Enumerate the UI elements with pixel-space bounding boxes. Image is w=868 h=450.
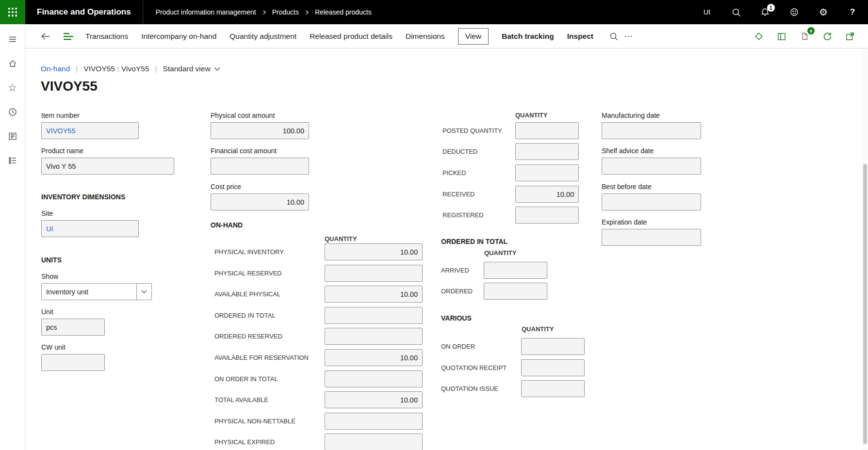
back-button[interactable]: [38, 29, 52, 44]
vertical-scrollbar[interactable]: [862, 48, 868, 450]
row-registered: REGISTERED: [442, 207, 579, 224]
field-shelf-advice-date: Shelf advice date: [602, 147, 701, 175]
on-order-in-total-input[interactable]: [325, 370, 423, 387]
on-order-in-total-label: ON ORDER IN TOTAL: [214, 375, 325, 383]
open-panel-button[interactable]: [774, 29, 789, 44]
nav-home-button[interactable]: [4, 55, 21, 72]
breadcrumb-item-products[interactable]: Products: [272, 8, 299, 16]
registered-label: REGISTERED: [442, 211, 515, 219]
registered-input[interactable]: [515, 207, 579, 224]
unit-input[interactable]: [41, 319, 105, 336]
row-on-order-in-total: ON ORDER IN TOTAL: [214, 370, 423, 387]
product-name-input[interactable]: [41, 158, 174, 175]
financial-cost-amount-label: Financial cost amount: [211, 147, 309, 155]
manufacturing-date-input[interactable]: [602, 122, 701, 139]
item-number-input[interactable]: [41, 122, 139, 139]
row-available-for-reservation: AVAILABLE FOR RESERVATION: [214, 349, 423, 366]
physical-cost-amount-input[interactable]: [211, 122, 309, 139]
posted-quantity-label: POSTED QUANTITY: [442, 127, 515, 134]
shelf-advice-date-input[interactable]: [602, 158, 701, 175]
on-order-label: ON ORDER: [441, 343, 521, 350]
available-physical-label: AVAILABLE PHYSICAL: [214, 290, 325, 298]
action-pane-search-button[interactable]: [606, 29, 621, 44]
row-picked: PICKED: [442, 164, 579, 181]
show-unit-select[interactable]: Inventory unit: [41, 283, 152, 300]
physical-reserved-input[interactable]: [325, 265, 423, 282]
nav-recent-button[interactable]: [4, 103, 21, 120]
open-in-new-window-button[interactable]: [843, 29, 857, 44]
cost-price-input[interactable]: [211, 193, 309, 210]
ordered-input[interactable]: [484, 283, 547, 300]
physical-expired-input[interactable]: [325, 434, 423, 450]
units-heading: UNITS: [41, 256, 62, 264]
breadcrumb-item-product-information-management[interactable]: Product information management: [156, 8, 256, 16]
breadcrumb-item-released-products[interactable]: Released products: [315, 8, 372, 16]
app-launcher-button[interactable]: [0, 0, 25, 24]
physical-non-nettable-input[interactable]: [325, 413, 423, 430]
tab-view[interactable]: View: [458, 28, 489, 45]
view-selector[interactable]: Standard view: [163, 64, 220, 73]
financial-tags-button[interactable]: [752, 29, 766, 44]
picked-input[interactable]: [515, 164, 579, 181]
nav-workspaces-button[interactable]: [4, 128, 21, 145]
settings-button[interactable]: ⚙: [816, 4, 831, 20]
field-cost-price: Cost price: [211, 183, 309, 210]
onhand-link[interactable]: On-hand: [41, 64, 70, 73]
show-unit-value: Inventory unit: [42, 288, 88, 296]
on-hand-heading: ON-HAND: [211, 221, 243, 229]
ordered-in-total-input[interactable]: [325, 307, 423, 324]
tab-transactions[interactable]: Transactions: [85, 29, 128, 44]
row-physical-non-nettable: PHYSICAL NON-NETTABLE: [214, 413, 423, 430]
tab-batch-tracking[interactable]: Batch tracking: [502, 29, 554, 44]
quotation-issue-input[interactable]: [521, 380, 585, 397]
attachments-button[interactable]: 0: [797, 29, 812, 44]
company-picker-button[interactable]: UI: [699, 4, 715, 20]
expiration-date-label: Expiration date: [602, 218, 701, 226]
nav-favorites-button[interactable]: ☆: [4, 79, 21, 96]
site-input[interactable]: [41, 220, 139, 237]
on-hand-quantity-header: QUANTITY: [325, 235, 357, 242]
more-commands-button[interactable]: ⋯: [621, 29, 636, 44]
row-ordered-in-total: ORDERED IN TOTAL: [214, 307, 423, 324]
tab-quantity-adjustment[interactable]: Quantity adjustment: [229, 29, 296, 44]
row-ordered: ORDERED: [441, 283, 547, 300]
available-physical-input[interactable]: [325, 286, 423, 303]
nav-modules-button[interactable]: [4, 152, 21, 169]
search-icon: [732, 8, 741, 17]
tab-intercompany-on-hand[interactable]: Intercompany on-hand: [141, 29, 216, 44]
row-ordered-reserved: ORDERED RESERVED: [214, 328, 423, 345]
green-menu-icon: [64, 32, 73, 40]
feedback-button[interactable]: [786, 4, 802, 20]
left-nav-rail: ☆: [0, 24, 25, 450]
cw-unit-input[interactable]: [41, 354, 105, 371]
search-button[interactable]: [728, 4, 744, 20]
nav-menu-button[interactable]: [4, 31, 21, 48]
on-order-input[interactable]: [521, 338, 585, 355]
financial-cost-amount-input[interactable]: [211, 158, 309, 175]
available-for-reservation-input[interactable]: [325, 349, 423, 366]
refresh-button[interactable]: [820, 29, 835, 44]
received-input[interactable]: [515, 186, 579, 203]
action-pane-expand-button[interactable]: [61, 29, 76, 44]
physical-inventory-input[interactable]: [325, 243, 423, 260]
expiration-date-input[interactable]: [602, 229, 701, 246]
unit-label: Unit: [41, 308, 105, 316]
deducted-input[interactable]: [515, 143, 579, 160]
tab-inspect[interactable]: Inspect: [567, 29, 593, 44]
arrived-input[interactable]: [484, 262, 547, 279]
quotation-receipt-input[interactable]: [521, 359, 585, 376]
product-name-label: Product name: [41, 147, 174, 155]
notifications-button[interactable]: 1: [757, 4, 773, 20]
app-title[interactable]: Finance and Operations: [25, 7, 143, 17]
tab-released-product-details[interactable]: Released product details: [310, 29, 393, 44]
tab-dimensions[interactable]: Dimensions: [406, 29, 445, 44]
total-available-input[interactable]: [325, 391, 423, 408]
picked-label: PICKED: [442, 169, 515, 177]
chevron-right-icon: [304, 10, 310, 15]
scrollbar-thumb[interactable]: [863, 164, 867, 444]
ordered-reserved-input[interactable]: [325, 328, 423, 345]
smiley-icon: [789, 7, 799, 17]
best-before-date-input[interactable]: [602, 193, 701, 210]
help-button[interactable]: ?: [845, 4, 860, 20]
posted-quantity-input[interactable]: [515, 122, 579, 139]
